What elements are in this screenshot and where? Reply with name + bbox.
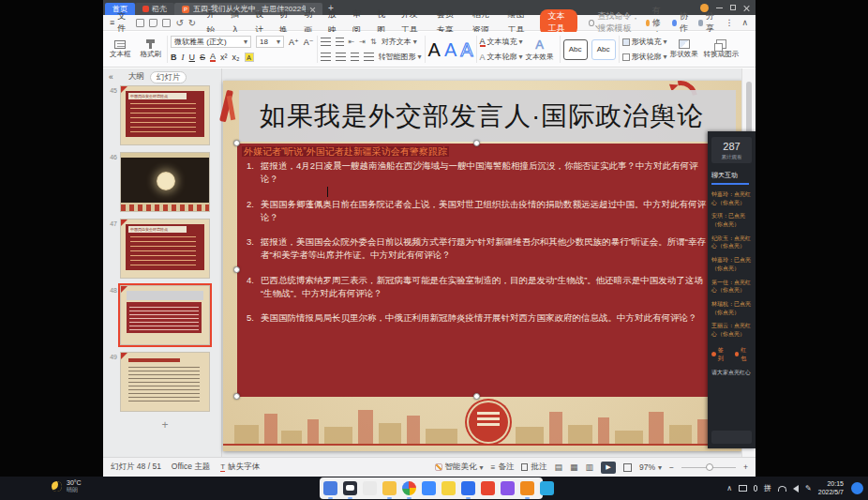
app-icon-folder[interactable]: [382, 481, 397, 495]
slide-title-textbox[interactable]: 如果我是外交部发言人·国际政治舆论: [239, 90, 736, 142]
weather-widget[interactable]: 30°C 晴朗: [52, 479, 82, 492]
red-packet-button[interactable]: 红包: [735, 346, 753, 363]
zoom-slider-knob[interactable]: [706, 463, 713, 471]
zoom-slider[interactable]: [681, 467, 736, 468]
play-slideshow-button[interactable]: ▶: [601, 462, 616, 474]
redo-icon[interactable]: ↻: [188, 18, 196, 28]
app-icon-document[interactable]: [363, 481, 377, 495]
app-icon-blue[interactable]: [323, 481, 337, 495]
strikethrough-button[interactable]: S: [200, 53, 205, 62]
print-icon[interactable]: [162, 19, 171, 27]
format-painter-button[interactable]: 格式刷: [138, 39, 165, 59]
slide-thumbnail-45[interactable]: 45 中国周边安全环境特点: [107, 85, 221, 145]
shape-style-preset-1[interactable]: Abc: [563, 39, 588, 60]
clock[interactable]: 20:15 2022/5/7: [818, 480, 844, 495]
smart-beautify-button[interactable]: 智能美化▾: [435, 462, 484, 473]
zoom-out-button[interactable]: −: [669, 462, 674, 472]
decrease-indent-icon[interactable]: ⇤: [349, 38, 355, 46]
justify-icon[interactable]: [364, 53, 374, 61]
selection-handle[interactable]: [233, 140, 240, 146]
notes-button[interactable]: ≡备注: [491, 462, 515, 473]
font-name-select[interactable]: 微软雅黑 (正文)▾: [171, 36, 251, 48]
increase-indent-icon[interactable]: ⇥: [359, 38, 366, 46]
slide-thumbnail-48-current[interactable]: 48: [107, 285, 221, 345]
bold-button[interactable]: B: [171, 53, 177, 62]
add-slide-button[interactable]: +: [120, 418, 210, 432]
shape-effect-button[interactable]: 形状效果: [667, 34, 701, 65]
selection-handle[interactable]: [473, 140, 480, 146]
chat-tab[interactable]: 聊天互动: [708, 167, 756, 183]
tab-outline[interactable]: 大纲: [128, 71, 144, 83]
app-icon-purple[interactable]: [501, 481, 515, 495]
decrease-font-button[interactable]: A⁻: [304, 38, 314, 47]
shape-fill-button[interactable]: 形状填充▾: [622, 37, 667, 47]
tab-slides-active[interactable]: 幻灯片: [150, 71, 187, 83]
tab-docer[interactable]: 稻壳: [135, 3, 174, 15]
highlight-button[interactable]: A: [245, 53, 254, 62]
tray-expand-icon[interactable]: ∧: [726, 484, 732, 492]
slide-sorter-button[interactable]: ▦: [570, 462, 578, 472]
collapse-ribbon-icon[interactable]: ∧: [741, 18, 748, 27]
convert-diagram-button[interactable]: 转换成图示: [701, 34, 742, 65]
slide-thumbnail-47[interactable]: 47 中国周边安全环境特点: [107, 219, 221, 279]
slide-thumbnail-49[interactable]: 49: [107, 352, 221, 412]
input-method-indicator[interactable]: 拼: [764, 483, 771, 493]
align-center-icon[interactable]: [336, 53, 346, 61]
selection-handle[interactable]: [233, 393, 240, 400]
chat-input[interactable]: [711, 431, 752, 444]
slide-body-textbox[interactable]: 外媒记者“听说”外国记者赴新疆采访会有警察跟踪 1.据报道，4月2日凌晨一艘越南…: [237, 144, 717, 397]
text-preset-black[interactable]: A: [428, 40, 441, 59]
app-icon-red[interactable]: [481, 481, 495, 495]
align-text-button[interactable]: 对齐文本▾: [382, 37, 417, 47]
text-effect-button[interactable]: A文本效果: [523, 34, 557, 65]
text-fill-button[interactable]: A文本填充▾: [480, 37, 523, 47]
app-icon-teal[interactable]: [540, 481, 554, 495]
increase-font-button[interactable]: A⁺: [289, 38, 299, 47]
slide-thumbnail-46[interactable]: 46: [107, 152, 221, 212]
pen-tray-icon[interactable]: ✎: [805, 484, 812, 492]
align-right-icon[interactable]: [351, 53, 359, 61]
zoom-in-button[interactable]: +: [743, 462, 748, 472]
save-icon[interactable]: [136, 19, 144, 27]
font-size-select[interactable]: 18▾: [256, 36, 284, 48]
missing-font-warning[interactable]: T缺失字体: [220, 462, 260, 473]
underline-button[interactable]: U: [189, 53, 196, 62]
reading-view-button[interactable]: ▥: [586, 462, 594, 472]
sign-in-button[interactable]: 签到: [711, 346, 729, 363]
line-spacing-icon[interactable]: ⇅: [370, 38, 377, 46]
insert-textbox-button[interactable]: 文本框: [107, 40, 134, 59]
output-icon[interactable]: [149, 19, 157, 27]
shape-outline-button[interactable]: 形状轮廓▾: [622, 52, 667, 62]
selection-handle[interactable]: [473, 393, 480, 400]
microphone-tray-icon[interactable]: [754, 485, 757, 492]
app-icon-blue3[interactable]: [461, 481, 475, 495]
normal-view-button[interactable]: ▤: [554, 462, 562, 472]
text-preset-blue[interactable]: A: [444, 40, 456, 59]
comments-button[interactable]: 批注: [521, 462, 546, 473]
to-smart-graphic-button[interactable]: 转智能图形▾: [379, 52, 422, 62]
volume-icon[interactable]: [793, 485, 799, 492]
shape-style-preset-2[interactable]: Abc: [591, 39, 616, 60]
font-color-button[interactable]: A: [210, 53, 216, 62]
collapse-panel-icon[interactable]: «: [109, 72, 113, 82]
numbered-list-icon[interactable]: [336, 38, 344, 46]
notification-badge[interactable]: [851, 482, 863, 494]
fit-window-button[interactable]: [623, 463, 632, 472]
text-preset-outline[interactable]: A: [460, 40, 472, 59]
app-icon-browser[interactable]: [402, 481, 416, 495]
app-icon-blue2[interactable]: [422, 481, 436, 495]
zoom-level[interactable]: 97%▾: [639, 462, 662, 472]
bullet-list-icon[interactable]: [321, 38, 331, 46]
text-outline-button[interactable]: A文本轮廓▾: [480, 52, 523, 62]
app-icon-yellow[interactable]: [441, 481, 456, 495]
selection-handle[interactable]: [233, 266, 240, 273]
slide-48[interactable]: 如果我是外交部发言人·国际政治舆论 外媒记者“听说”外国记者赴新疆采访会有警察跟…: [223, 81, 742, 451]
italic-button[interactable]: I: [182, 53, 185, 62]
app-icon-orange[interactable]: [520, 481, 534, 495]
app-icon-chat[interactable]: [343, 481, 357, 495]
subscript-button[interactable]: x₂: [232, 53, 240, 62]
more-icon[interactable]: ⋮: [725, 18, 733, 27]
superscript-button[interactable]: x²: [220, 53, 228, 62]
align-left-icon[interactable]: [321, 53, 331, 61]
theme-name[interactable]: Office 主题: [172, 462, 210, 473]
